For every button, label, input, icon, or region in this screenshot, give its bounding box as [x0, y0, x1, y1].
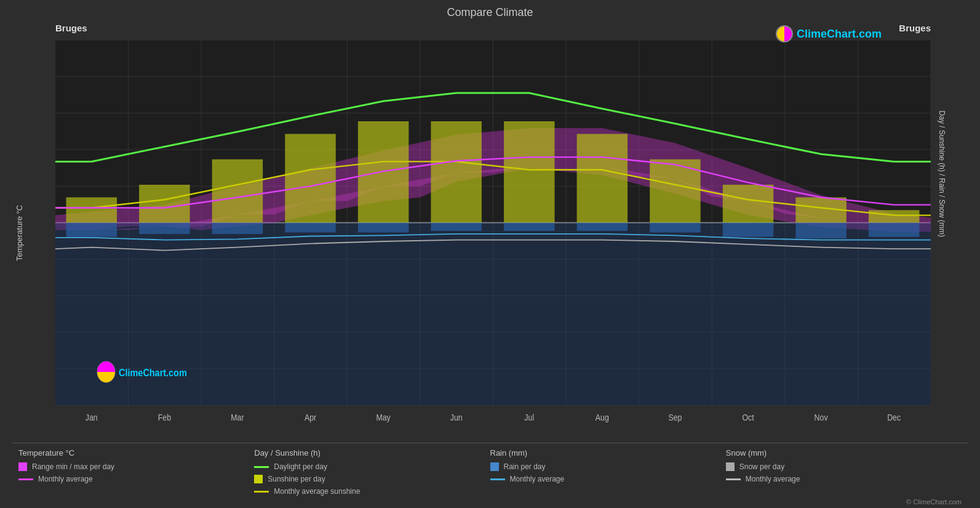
legend-title-sunshine: Day / Sunshine (h): [254, 448, 490, 458]
svg-marker-34: [504, 121, 554, 223]
legend-item-temp-avg: Monthly average: [18, 475, 254, 483]
svg-text:Aug: Aug: [596, 413, 609, 422]
svg-text:Nov: Nov: [815, 413, 828, 422]
city-label-right: Bruges: [899, 23, 931, 33]
legend-label-temp-avg: Monthly average: [38, 475, 93, 483]
legend-item-rain-avg: Monthly average: [490, 475, 726, 483]
svg-marker-29: [139, 185, 189, 223]
svg-marker-33: [431, 121, 481, 223]
brand-logo-top: ClimeChart.com: [776, 25, 882, 42]
legend-col-rain: Rain (mm) Rain per day Monthly average: [490, 448, 726, 496]
city-label-left: Bruges: [55, 23, 87, 33]
legend-col-temperature: Temperature °C Range min / max per day M…: [18, 448, 254, 496]
legend-swatch-temp-range: [18, 462, 27, 471]
legend-item-snow-avg: Monthly average: [726, 475, 962, 483]
svg-text:Jul: Jul: [524, 413, 534, 422]
y-axis-left: Temperature °C: [12, 23, 55, 443]
svg-text:Jun: Jun: [450, 413, 463, 422]
legend-swatch-temp-avg: [18, 478, 33, 480]
svg-marker-37: [723, 185, 773, 223]
y-axis-right: Day / Sunshine (h) / Rain / Snow (mm): [931, 23, 968, 443]
legend-item-snow-day: Snow per day: [726, 462, 962, 471]
chart-main: Bruges Bruges ClimeChart.com: [55, 23, 931, 443]
legend-label-daylight: Daylight per day: [274, 462, 327, 471]
y-axis-right-label: Day / Sunshine (h) / Rain / Snow (mm): [937, 111, 946, 237]
svg-text:ClimeChart.com: ClimeChart.com: [119, 367, 187, 378]
legend-label-rain-day: Rain per day: [504, 462, 546, 471]
legend-title-rain: Rain (mm): [490, 448, 726, 458]
svg-text:Sep: Sep: [668, 413, 682, 422]
legend-label-sunshine-avg: Monthly average sunshine: [274, 487, 360, 496]
legend-swatch-snow-avg: [726, 478, 741, 480]
svg-marker-31: [285, 134, 335, 223]
legend-label-rain-avg: Monthly average: [510, 475, 565, 483]
svg-text:May: May: [376, 413, 391, 422]
svg-marker-30: [212, 159, 263, 223]
legend-item-temp-range: Range min / max per day: [18, 462, 254, 471]
brand-name-top: ClimeChart.com: [797, 28, 882, 41]
svg-text:Oct: Oct: [742, 413, 754, 422]
svg-text:Feb: Feb: [158, 413, 171, 422]
legend-swatch-snow-day: [726, 462, 735, 471]
main-chart-svg: 50 40 30 20 10 0 -10 -20 -30 -40 -50 24 …: [55, 40, 931, 443]
legend-item-sunshine-day: Sunshine per day: [254, 475, 490, 483]
svg-text:Dec: Dec: [887, 413, 901, 422]
page-wrapper: Compare Climate Temperature °C Bruges Br…: [0, 0, 980, 508]
legend-swatch-rain-day: [490, 462, 499, 471]
chart-area: Temperature °C Bruges Bruges ClimeChart.…: [12, 23, 968, 443]
legend-col-snow: Snow (mm) Snow per day Monthly average: [726, 448, 962, 496]
copyright: © ClimeChart.com: [12, 498, 968, 508]
legend-item-sunshine-avg: Monthly average sunshine: [254, 487, 490, 496]
svg-text:Mar: Mar: [231, 413, 244, 422]
legend-swatch-sunshine-avg: [254, 491, 269, 493]
legend-swatch-rain-avg: [490, 478, 505, 480]
svg-marker-35: [577, 134, 627, 223]
legend-item-rain-day: Rain per day: [490, 462, 726, 471]
legend-swatch-sunshine-day: [254, 475, 263, 483]
y-axis-left-label: Temperature °C: [15, 23, 24, 443]
legend-item-daylight: Daylight per day: [254, 462, 490, 471]
svg-marker-39: [869, 210, 919, 223]
legend-area: Temperature °C Range min / max per day M…: [12, 443, 968, 498]
svg-marker-28: [66, 198, 117, 223]
legend-title-snow: Snow (mm): [726, 448, 962, 458]
legend-label-snow-day: Snow per day: [739, 462, 784, 471]
svg-text:Jan: Jan: [86, 413, 98, 422]
legend-label-temp-range: Range min / max per day: [32, 462, 114, 471]
legend-title-temp: Temperature °C: [18, 448, 254, 458]
chart-title: Compare Climate: [12, 6, 968, 19]
legend-col-sunshine: Day / Sunshine (h) Daylight per day Suns…: [254, 448, 490, 496]
legend-label-sunshine-day: Sunshine per day: [268, 475, 325, 483]
legend-swatch-daylight: [254, 466, 269, 468]
legend-label-snow-avg: Monthly average: [746, 475, 800, 483]
svg-text:Apr: Apr: [305, 413, 317, 422]
brand-icon-top: [776, 25, 793, 42]
